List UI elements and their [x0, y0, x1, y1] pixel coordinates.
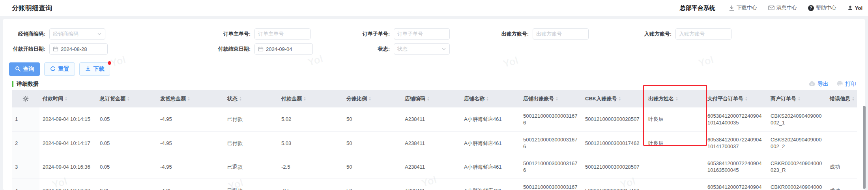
table-cell [827, 107, 857, 131]
column-header-11[interactable]: 出账方姓名▲▼ [645, 90, 704, 107]
sort-carets-icon[interactable]: ▲▼ [427, 96, 430, 101]
section-header: 详细数据 导出 打印 [12, 81, 856, 88]
export-label: 导出 [817, 81, 829, 88]
order-main-no-input-placeholder: 订单主单号 [258, 30, 307, 38]
column-header-5[interactable]: 付款金额▲▼ [278, 90, 343, 107]
column-header-10[interactable]: CBK入账账号▲▼ [582, 90, 645, 107]
menu-message-center[interactable]: 消息中心 [768, 4, 797, 11]
sort-carets-icon[interactable]: ▲▼ [369, 96, 371, 101]
sort-carets-icon[interactable]: ▲▼ [745, 96, 748, 101]
sort-carets-icon[interactable]: ▲▼ [486, 96, 489, 101]
payer-account-input[interactable]: 出账方账号 [533, 28, 589, 40]
sort-carets-icon[interactable]: ▲▼ [852, 96, 855, 101]
row-index-cell: 2 [12, 131, 39, 155]
table-cell: 5001210000300017462 [582, 179, 645, 190]
print-button[interactable]: 打印 [836, 81, 856, 88]
search-button[interactable]: 查询 [9, 62, 40, 76]
column-settings-button[interactable] [12, 90, 39, 107]
export-cloud-icon [808, 81, 816, 88]
pay-end-date-input-group: 付款结束日期:2024-09-04 [187, 43, 313, 55]
payee-account-input-placeholder: 入账方账号 [679, 30, 728, 38]
table-cell: A小胖海鲜店461 [461, 179, 520, 190]
order-main-no-input[interactable]: 订单主单号 [254, 28, 311, 40]
column-label: 商户订单号 [771, 95, 796, 102]
column-header-6[interactable]: 分账比例▲▼ [343, 90, 402, 107]
sort-carets-icon[interactable]: ▲▼ [303, 96, 306, 101]
column-header-4[interactable]: 状态▲▼ [224, 90, 278, 107]
sort-carets-icon[interactable]: ▲▼ [798, 96, 801, 101]
vertical-scrollbar-thumb[interactable] [863, 106, 866, 189]
table-actions: 导出 打印 [808, 81, 856, 88]
export-button[interactable]: 导出 [808, 81, 829, 88]
column-header-14[interactable]: 错误信息▲▼ [827, 90, 857, 107]
menu-user[interactable]: Yol [847, 5, 862, 11]
download-button[interactable]: 下载 [79, 62, 110, 76]
column-header-8[interactable]: 店铺名称▲▼ [461, 90, 520, 107]
table-cell: A238411 [402, 131, 461, 155]
order-sub-no-input-placeholder: 订单子单号 [397, 30, 446, 38]
table-cell [645, 179, 704, 190]
status-select[interactable]: 状态 [394, 43, 450, 55]
payee-account-input[interactable]: 入账方账号 [675, 28, 731, 40]
table-cell: 50 [343, 107, 402, 131]
data-table-wrap: 付款时间▲▼总订货金额▲▼发货总金额▲▼状态▲▼付款金额▲▼分账比例▲▼店铺编码… [12, 90, 857, 190]
table-cell: 50012100003000031676 [520, 107, 582, 131]
column-label: 店铺编码 [405, 95, 425, 102]
menu-help-center[interactable]: ?帮助中心 [808, 4, 836, 11]
column-header-2[interactable]: 总订货金额▲▼ [97, 90, 157, 107]
sort-carets-icon[interactable]: ▲▼ [618, 96, 621, 101]
sort-carets-icon[interactable]: ▲▼ [239, 96, 242, 101]
table-cell: CBKS2024090409000002_2 [767, 131, 827, 155]
reset-button[interactable]: 重置 [44, 62, 75, 76]
column-label: 发货总金额 [160, 95, 186, 102]
column-header-1[interactable]: 付款时间▲▼ [39, 90, 97, 107]
payer-account-input-placeholder: 出账方账号 [536, 30, 585, 38]
column-header-7[interactable]: 店铺编码▲▼ [402, 90, 461, 107]
pay-start-date-input[interactable]: 2024-08-28 [49, 43, 108, 55]
table-row: 22024-09-04 10:14:170.05-4.95已付款5.0350A2… [12, 131, 857, 155]
menu-help-center-label: 帮助中心 [816, 4, 836, 11]
table-cell: -2.5 [278, 155, 343, 179]
table-cell: 2024-09-04 10:14:17 [39, 131, 97, 155]
table-cell: 60538412000722409041 [704, 179, 767, 190]
table-cell: A238411 [402, 155, 461, 179]
dealer-code-select-label: 经销商编码: [0, 30, 49, 38]
table-cell: 0.05 [97, 155, 157, 179]
sort-carets-icon[interactable]: ▲▼ [65, 96, 67, 101]
gear-icon [22, 96, 29, 102]
column-label: 付款金额 [281, 95, 302, 102]
dealer-code-select[interactable]: 经销商编码 [49, 28, 105, 40]
sort-carets-icon[interactable]: ▲▼ [556, 96, 558, 101]
column-header-3[interactable]: 发货总金额▲▼ [157, 90, 224, 107]
table-cell: 已退款 [224, 155, 278, 179]
column-label: CBK入账账号 [585, 95, 617, 102]
table-cell: 成功 [827, 179, 857, 190]
calendar-icon [258, 46, 264, 52]
table-row: 12024-09-04 10:14:150.05-4.95已付款5.0250A2… [12, 107, 857, 131]
menu-download-center[interactable]: 下载中心 [729, 4, 757, 11]
table-cell: 50 [343, 131, 402, 155]
dealer-code-select-group: 经销商编码:经销商编码 [0, 28, 105, 40]
table-cell: 605384120007224090410141400035 [704, 107, 767, 131]
table-cell: 0.05 [97, 131, 157, 155]
search-button-label: 查询 [23, 66, 34, 73]
notification-dot [108, 61, 111, 65]
sort-carets-icon[interactable]: ▲▼ [127, 96, 130, 101]
calendar-icon [53, 46, 58, 52]
payer-account-input-label: 出账方账号: [466, 30, 533, 38]
table-cell: 已退款 [224, 179, 278, 190]
column-header-13[interactable]: 商户订单号▲▼ [767, 90, 827, 107]
table-cell: 5001210000300028507 [582, 155, 645, 179]
topbar: 分账明细查询 总部平台系统 下载中心消息中心?帮助中心Yol [0, 0, 868, 16]
column-header-12[interactable]: 支付平台订单号▲▼ [704, 90, 767, 107]
column-header-9[interactable]: 店铺出账账号▲▼ [520, 90, 582, 107]
order-sub-no-input[interactable]: 订单子单号 [394, 28, 450, 40]
sort-carets-icon[interactable]: ▲▼ [187, 96, 190, 101]
payer-account-input-group: 出账方账号:出账方账号 [466, 28, 589, 40]
pay-end-date-input[interactable]: 2024-09-04 [254, 43, 313, 55]
table-cell: 50012100003000031676 [520, 179, 582, 190]
pay-end-date-input-label: 付款结束日期: [187, 45, 254, 53]
table-cell: 叶良辰 [645, 107, 704, 131]
sort-carets-icon[interactable]: ▲▼ [675, 96, 678, 101]
table-cell: -4.95 [157, 179, 224, 190]
